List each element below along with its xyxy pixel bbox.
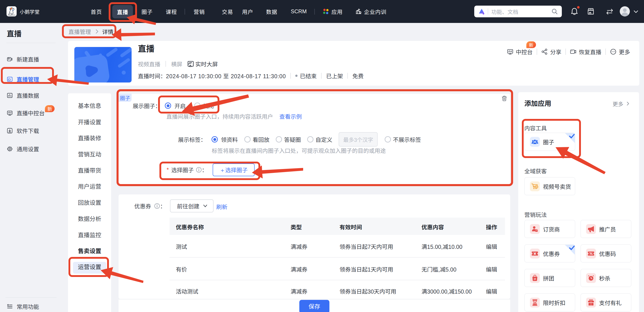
svg-text:拼: 拼 [534, 277, 536, 280]
